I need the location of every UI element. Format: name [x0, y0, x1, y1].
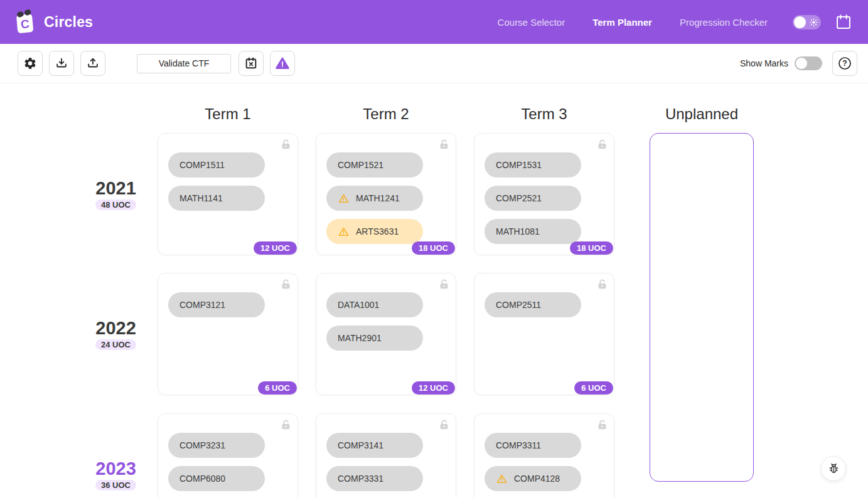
course-pill-arts3631[interactable]: ARTS3631: [326, 219, 423, 244]
svg-text:?: ?: [842, 59, 847, 68]
course-code: COMP1511: [179, 160, 225, 170]
course-pill-comp2511[interactable]: COMP2511: [485, 292, 581, 317]
course-pill-comp1511[interactable]: COMP1511: [168, 152, 265, 177]
app-root: C Circles Course Selector Term Planner P…: [0, 0, 868, 498]
term-card-2022-t2[interactable]: DATA1001MATH290112 UOC: [316, 273, 456, 395]
lock-icon[interactable]: [280, 139, 292, 151]
course-code: COMP3331: [338, 474, 383, 484]
year-uoc-badge: 36 UOC: [95, 480, 136, 490]
course-pill-comp1521[interactable]: COMP1521: [326, 152, 423, 177]
unschedule-all-button[interactable]: [238, 51, 264, 76]
course-pill-data1001[interactable]: DATA1001: [326, 292, 423, 317]
course-code: COMP3311: [496, 440, 541, 450]
course-code: COMP4128: [514, 474, 560, 484]
toolbar: Validate CTF Show Marks: [0, 44, 868, 83]
term-card-2022-t3[interactable]: COMP25116 UOC: [474, 273, 614, 395]
top-nav: Course Selector Term Planner Progression…: [498, 17, 768, 28]
year-label-2022: 202224 UOC: [0, 273, 140, 395]
question-circle-icon: ?: [837, 56, 852, 71]
course-pill-math1241[interactable]: MATH1241: [326, 186, 423, 211]
validation-warnings-button[interactable]: [270, 51, 295, 76]
course-pill-math2901[interactable]: MATH2901: [326, 326, 423, 351]
term-uoc-badge: 12 UOC: [254, 241, 297, 255]
term-card-2022-t1[interactable]: COMP31216 UOC: [158, 273, 298, 395]
year-number: 2021: [95, 178, 136, 198]
import-button[interactable]: [49, 51, 74, 76]
term-uoc-badge: 12 UOC: [412, 381, 455, 395]
course-code: COMP2521: [496, 193, 542, 203]
term-card-2023-t3[interactable]: COMP3311COMP4128: [474, 413, 614, 498]
planner-grid: Term 1Term 2Term 3Unplanned202148 UOCCOM…: [0, 83, 754, 498]
warning-icon: [338, 193, 350, 204]
term-card-2023-t2[interactable]: COMP3141COMP3331: [316, 413, 456, 498]
nav-term-planner[interactable]: Term Planner: [592, 17, 652, 28]
lock-icon[interactable]: [438, 419, 450, 431]
lock-icon[interactable]: [438, 278, 450, 290]
course-code: COMP1521: [338, 160, 383, 170]
course-pill-math1141[interactable]: MATH1141: [168, 186, 265, 211]
course-code: COMP3231: [179, 440, 225, 450]
year-label-2021: 202148 UOC: [0, 133, 140, 255]
theme-toggle[interactable]: [793, 15, 821, 29]
calendar-icon[interactable]: [835, 13, 852, 31]
app-title: Circles: [44, 14, 93, 31]
download-icon: [55, 56, 68, 70]
course-pill-comp3331[interactable]: COMP3331: [326, 466, 423, 491]
validate-ctf-button[interactable]: Validate CTF: [137, 54, 231, 73]
brand: C Circles: [14, 9, 93, 35]
upload-icon: [86, 56, 100, 70]
lock-icon[interactable]: [438, 139, 450, 151]
year-uoc-badge: 24 UOC: [95, 339, 136, 350]
lock-icon[interactable]: [596, 419, 608, 431]
course-code: MATH1241: [356, 193, 400, 203]
term-uoc-badge: 18 UOC: [412, 241, 455, 255]
column-header-unplanned: Unplanned: [632, 83, 754, 133]
nav-progression-checker[interactable]: Progression Checker: [680, 17, 768, 28]
show-marks-toggle[interactable]: [795, 56, 822, 70]
year-number: 2023: [95, 458, 136, 479]
year-uoc-badge: 48 UOC: [95, 199, 136, 210]
lock-icon[interactable]: [280, 278, 292, 290]
course-pill-comp3231[interactable]: COMP3231: [168, 433, 265, 458]
sun-icon: [809, 18, 818, 29]
term-card-2023-t1[interactable]: COMP3231COMP6080: [158, 413, 298, 498]
course-pill-comp3121[interactable]: COMP3121: [168, 292, 265, 317]
bug-icon: [827, 462, 840, 475]
year-label-2023: 202336 UOC: [0, 413, 140, 498]
course-code: COMP2511: [496, 300, 541, 310]
course-code: COMP6080: [179, 474, 225, 484]
course-pill-comp4128[interactable]: COMP4128: [485, 466, 581, 491]
course-pill-comp1531[interactable]: COMP1531: [485, 152, 581, 177]
theme-toggle-knob: [794, 16, 806, 28]
unplanned-column[interactable]: [650, 133, 754, 482]
lock-icon[interactable]: [596, 278, 608, 290]
course-pill-math1081[interactable]: MATH1081: [485, 219, 581, 244]
help-button[interactable]: ?: [832, 51, 857, 76]
lock-icon[interactable]: [596, 139, 608, 151]
column-header-term-2: Term 2: [316, 83, 456, 133]
export-button[interactable]: [80, 51, 105, 76]
nav-course-selector[interactable]: Course Selector: [498, 17, 565, 28]
course-code: DATA1001: [338, 300, 379, 310]
course-pill-comp2521[interactable]: COMP2521: [485, 186, 581, 211]
term-card-2021-t2[interactable]: COMP1521MATH1241ARTS363118 UOC: [316, 133, 456, 255]
course-pill-comp6080[interactable]: COMP6080: [168, 466, 265, 491]
settings-button[interactable]: [18, 51, 43, 76]
report-bug-button[interactable]: [821, 456, 846, 481]
calendar-x-icon: [244, 56, 258, 70]
show-marks-toggle-knob: [796, 58, 807, 69]
column-header-term-1: Term 1: [158, 83, 298, 133]
warning-icon: [496, 473, 508, 485]
course-pill-comp3141[interactable]: COMP3141: [326, 433, 423, 458]
term-uoc-badge: 6 UOC: [574, 381, 613, 395]
term-card-2021-t1[interactable]: COMP1511MATH114112 UOC: [158, 133, 298, 255]
term-uoc-badge: 18 UOC: [570, 241, 613, 255]
lock-icon[interactable]: [280, 419, 292, 431]
gear-icon: [23, 56, 37, 70]
course-code: MATH2901: [338, 333, 382, 343]
term-card-2021-t3[interactable]: COMP1531COMP2521MATH108118 UOC: [474, 133, 614, 255]
term-planner: Term 1Term 2Term 3Unplanned202148 UOCCOM…: [0, 83, 868, 498]
course-pill-comp3311[interactable]: COMP3311: [485, 433, 581, 458]
circles-logo-icon: C: [14, 9, 36, 35]
course-code: MATH1081: [496, 226, 540, 236]
